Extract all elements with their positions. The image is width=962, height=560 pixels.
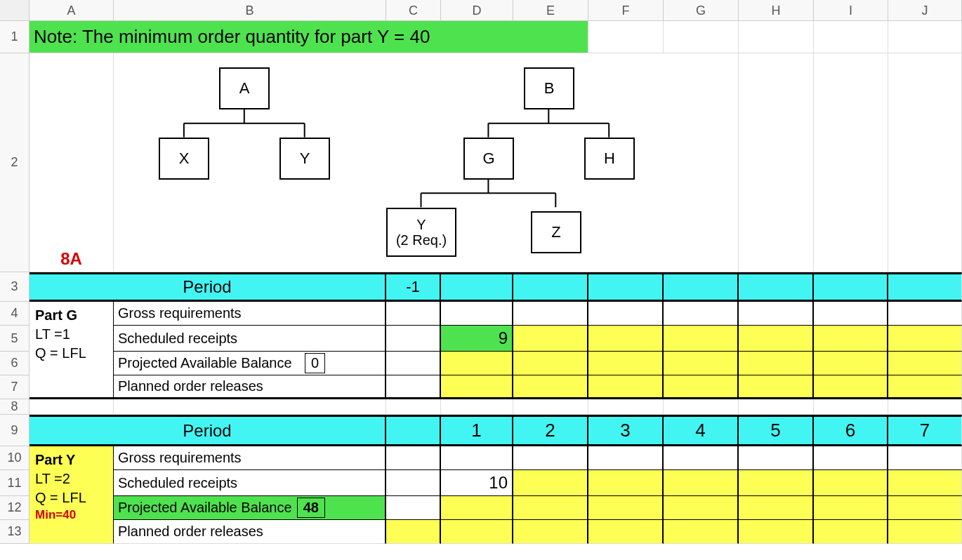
tableG-plan-D[interactable] <box>441 375 513 399</box>
tableG-proj-F[interactable] <box>588 352 664 375</box>
tableG-period-J[interactable] <box>888 272 962 302</box>
tableG-gross-G[interactable] <box>664 302 739 326</box>
tableY-gross-H[interactable] <box>739 446 814 470</box>
tableG-proj-C[interactable] <box>386 352 441 375</box>
col-header-F[interactable]: F <box>588 0 664 21</box>
cell-F8[interactable] <box>588 399 664 415</box>
tableG-sched-C[interactable] <box>386 326 441 352</box>
tableG-plan-I[interactable] <box>814 375 888 399</box>
cell-D8[interactable] <box>441 399 513 415</box>
col-header-E[interactable]: E <box>513 0 588 21</box>
tableG-gross-I[interactable] <box>814 302 888 326</box>
tableG-gross-C[interactable] <box>386 302 441 326</box>
tableG-gross-J[interactable] <box>888 302 962 326</box>
tableY-proj-J[interactable] <box>888 496 962 520</box>
tableY-plan-D[interactable] <box>441 520 513 544</box>
tableG-proj-D[interactable] <box>441 352 513 375</box>
cell-H2[interactable] <box>739 53 814 272</box>
cell-A8[interactable] <box>29 399 114 415</box>
tableY-sched-I[interactable] <box>814 470 888 496</box>
tableG-plan-C[interactable] <box>386 375 441 399</box>
tableY-period-7[interactable]: 7 <box>888 415 962 446</box>
row-header-4[interactable]: 4 <box>0 302 29 326</box>
tableY-plan-label[interactable]: Planned order releases <box>114 520 386 544</box>
col-header-J[interactable]: J <box>888 0 962 21</box>
partY-block[interactable]: Part Y LT =2 Q = LFL Min=40 <box>29 446 114 544</box>
tableY-sched-G[interactable] <box>664 470 739 496</box>
tableG-sched-D[interactable]: 9 <box>441 326 513 352</box>
tableG-sched-J[interactable] <box>888 326 962 352</box>
row-header-2[interactable]: 2 <box>0 53 29 272</box>
tableG-plan-H[interactable] <box>739 375 814 399</box>
tableY-period-6[interactable]: 6 <box>814 415 888 446</box>
tableG-proj-label[interactable]: Projected Available Balance 0 <box>114 352 386 375</box>
tableG-plan-E[interactable] <box>513 375 588 399</box>
col-header-H[interactable]: H <box>739 0 814 21</box>
tableY-period-5[interactable]: 5 <box>739 415 814 446</box>
tableG-gross-D[interactable] <box>441 302 513 326</box>
tableY-sched-D[interactable]: 10 <box>441 470 513 496</box>
tableG-period-G[interactable] <box>664 272 739 302</box>
tableY-sched-E[interactable] <box>513 470 588 496</box>
tableY-proj-H[interactable] <box>739 496 814 520</box>
row-header-7[interactable]: 7 <box>0 375 29 399</box>
tableY-plan-I[interactable] <box>814 520 888 544</box>
tableY-gross-G[interactable] <box>664 446 739 470</box>
tableY-proj-D[interactable] <box>441 496 513 520</box>
tableG-sched-F[interactable] <box>588 326 664 352</box>
row-header-5[interactable]: 5 <box>0 326 29 352</box>
tableY-gross-E[interactable] <box>513 446 588 470</box>
tableY-plan-F[interactable] <box>588 520 664 544</box>
col-header-B[interactable]: B <box>114 0 386 21</box>
tableY-proj-I[interactable] <box>814 496 888 520</box>
tableY-plan-E[interactable] <box>513 520 588 544</box>
tableG-gross-label[interactable]: Gross requirements <box>114 302 386 326</box>
tableG-plan-F[interactable] <box>588 375 664 399</box>
tableG-gross-H[interactable] <box>739 302 814 326</box>
tableG-period-H[interactable] <box>739 272 814 302</box>
cell-I8[interactable] <box>814 399 888 415</box>
tableY-period-C[interactable] <box>386 415 441 446</box>
tableY-plan-H[interactable] <box>739 520 814 544</box>
tableY-proj-G[interactable] <box>664 496 739 520</box>
row-header-8[interactable]: 8 <box>0 399 29 415</box>
tableY-period-3[interactable]: 3 <box>588 415 664 446</box>
partG-block[interactable]: Part G LT =1 Q = LFL <box>29 302 114 399</box>
tableY-period-4[interactable]: 4 <box>664 415 739 446</box>
cell-J1[interactable] <box>888 21 962 53</box>
col-header-G[interactable]: G <box>664 0 739 21</box>
tableY-plan-G[interactable] <box>664 520 739 544</box>
tableG-sched-E[interactable] <box>513 326 588 352</box>
tableY-sched-label[interactable]: Scheduled receipts <box>114 470 386 496</box>
cell-I2[interactable] <box>814 53 888 272</box>
tableG-period-label[interactable]: Period <box>29 272 386 302</box>
tableG-gross-F[interactable] <box>588 302 664 326</box>
tableY-gross-F[interactable] <box>588 446 664 470</box>
tableY-period-1[interactable]: 1 <box>441 415 513 446</box>
cell-B8[interactable] <box>114 399 386 415</box>
row-header-10[interactable]: 10 <box>0 446 29 470</box>
tableG-proj-G[interactable] <box>664 352 739 375</box>
select-all-corner[interactable] <box>0 0 29 21</box>
row-header-11[interactable]: 11 <box>0 470 29 496</box>
tableG-plan-label[interactable]: Planned order releases <box>114 375 386 399</box>
tableY-gross-label[interactable]: Gross requirements <box>114 446 386 470</box>
cell-I1[interactable] <box>814 21 888 53</box>
tableG-sched-label[interactable]: Scheduled receipts <box>114 326 386 352</box>
tableG-period-F[interactable] <box>588 272 664 302</box>
row-header-13[interactable]: 13 <box>0 520 29 544</box>
cell-H8[interactable] <box>739 399 814 415</box>
tableY-sched-F[interactable] <box>588 470 664 496</box>
tableY-sched-J[interactable] <box>888 470 962 496</box>
cell-H1[interactable] <box>739 21 814 53</box>
tableG-proj-J[interactable] <box>888 352 962 375</box>
tableG-period-E[interactable] <box>513 272 588 302</box>
tableY-plan-J[interactable] <box>888 520 962 544</box>
col-header-I[interactable]: I <box>814 0 888 21</box>
tableY-proj-F[interactable] <box>588 496 664 520</box>
tableY-plan-C[interactable] <box>386 520 441 544</box>
cell-E8[interactable] <box>513 399 588 415</box>
tableY-period-label[interactable]: Period <box>29 415 386 446</box>
cell-G1[interactable] <box>664 21 739 53</box>
tableG-plan-J[interactable] <box>888 375 962 399</box>
